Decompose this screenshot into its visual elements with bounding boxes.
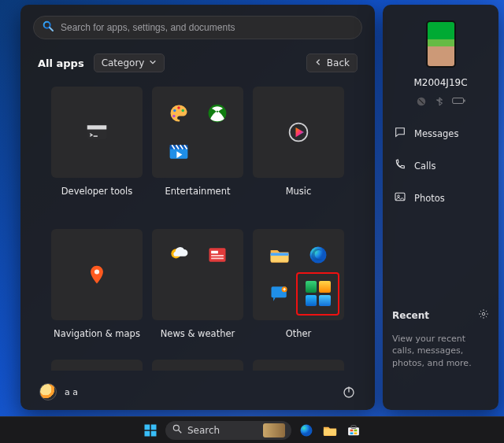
terminal-icon: [86, 121, 108, 143]
category-dropdown[interactable]: Category: [94, 54, 165, 72]
category-label: Entertainment: [165, 186, 231, 197]
svg-rect-28: [464, 100, 465, 102]
phone-name: M2004J19C: [392, 77, 489, 88]
chevron-down-icon: [149, 57, 157, 68]
weather-icon: [161, 238, 195, 272]
recent-subtitle: View your recent calls, messages, photos…: [392, 333, 489, 369]
svg-point-13: [94, 269, 99, 274]
svg-rect-33: [151, 424, 157, 430]
svg-line-1: [50, 28, 53, 31]
category-label: Other: [286, 328, 312, 339]
svg-point-7: [181, 109, 184, 112]
user-name[interactable]: a a: [65, 387, 78, 397]
search-input[interactable]: [61, 22, 354, 33]
svg-rect-34: [145, 430, 150, 436]
category-label: News & weather: [161, 328, 235, 339]
start-button[interactable]: [142, 422, 159, 439]
svg-point-6: [177, 106, 180, 109]
recent-header: Recent: [392, 308, 489, 322]
dnd-icon: [416, 96, 427, 109]
svg-rect-17: [211, 255, 224, 257]
all-apps-title: All apps: [38, 57, 84, 69]
phone-status-row: [392, 96, 489, 109]
phone-calls[interactable]: Calls: [392, 153, 489, 179]
maps-pin-icon: [86, 264, 108, 286]
taskbar-search[interactable]: Search: [165, 421, 291, 440]
phone-thumbnail[interactable]: [426, 20, 456, 68]
category-dropdown-label: Category: [102, 57, 145, 68]
back-button-label: Back: [327, 57, 350, 68]
feedback-hub-icon: [262, 277, 296, 311]
svg-rect-39: [324, 429, 336, 435]
side-item-label: Messages: [414, 128, 458, 139]
battery-icon: [452, 96, 466, 109]
category-entertainment[interactable]: Entertainment: [152, 87, 243, 212]
svg-rect-35: [151, 430, 157, 436]
phone-messages[interactable]: Messages: [392, 120, 489, 146]
svg-line-37: [179, 430, 182, 434]
category-label: Developer tools: [61, 186, 133, 197]
category-news-weather[interactable]: News & weather: [152, 229, 243, 354]
news-icon: [200, 238, 234, 272]
side-item-label: Calls: [414, 161, 435, 172]
all-apps-header: All apps Category Back: [20, 39, 375, 79]
settings-gear-icon[interactable]: [478, 308, 489, 322]
svg-rect-43: [354, 429, 358, 431]
search-highlight-image: [263, 423, 285, 437]
category-developer-tools[interactable]: Developer tools: [51, 87, 143, 212]
taskbar-explorer-icon[interactable]: [321, 422, 339, 439]
taskbar-search-label: Search: [187, 425, 220, 436]
svg-point-8: [172, 114, 176, 117]
search-icon: [42, 20, 54, 35]
svg-rect-32: [145, 424, 150, 430]
category-music[interactable]: Music: [253, 87, 344, 212]
edge-icon: [301, 238, 335, 272]
movies-icon: [161, 135, 195, 168]
svg-rect-4: [94, 135, 98, 136]
category-label: Navigation & maps: [54, 328, 140, 339]
side-item-label: Photos: [414, 193, 445, 204]
category-grid: Developer tools Entertainment: [20, 79, 375, 360]
paint-icon: [161, 96, 195, 130]
xbox-icon: [200, 96, 234, 130]
power-button[interactable]: [342, 385, 356, 399]
more-apps-cluster: [301, 277, 335, 311]
svg-point-38: [301, 424, 313, 436]
user-avatar[interactable]: [39, 383, 57, 401]
file-explorer-icon: [262, 238, 296, 272]
calls-icon: [394, 158, 406, 173]
phone-link-panel: M2004J19C Messages Calls Photos Recent V…: [383, 5, 498, 410]
svg-rect-44: [350, 432, 354, 434]
svg-point-5: [173, 109, 176, 112]
taskbar-edge-icon[interactable]: [298, 422, 315, 439]
svg-rect-20: [270, 253, 288, 256]
next-row-peek: [20, 360, 375, 377]
search-icon: [172, 423, 183, 437]
bluetooth-icon: [435, 96, 444, 109]
svg-point-31: [482, 312, 485, 316]
phone-photos[interactable]: Photos: [392, 185, 489, 211]
back-button[interactable]: Back: [306, 54, 358, 72]
category-other[interactable]: Other: [253, 229, 344, 354]
start-footer: a a: [20, 377, 375, 410]
category-navigation-maps[interactable]: Navigation & maps: [51, 229, 143, 354]
messages-icon: [394, 126, 406, 141]
svg-rect-45: [354, 432, 358, 434]
recent-title: Recent: [392, 310, 429, 321]
category-label: Music: [286, 186, 312, 197]
svg-rect-16: [211, 251, 218, 254]
svg-rect-42: [350, 429, 354, 431]
svg-rect-18: [211, 258, 224, 260]
svg-rect-3: [87, 125, 107, 129]
photos-icon: [394, 190, 406, 205]
svg-point-36: [173, 425, 179, 430]
chevron-left-icon: [314, 57, 322, 68]
taskbar-store-icon[interactable]: [345, 422, 362, 439]
svg-rect-27: [452, 98, 463, 104]
start-all-apps-panel: All apps Category Back: [20, 5, 375, 410]
search-box[interactable]: [33, 16, 362, 39]
taskbar: Search: [0, 416, 504, 443]
media-player-icon: [287, 121, 309, 143]
